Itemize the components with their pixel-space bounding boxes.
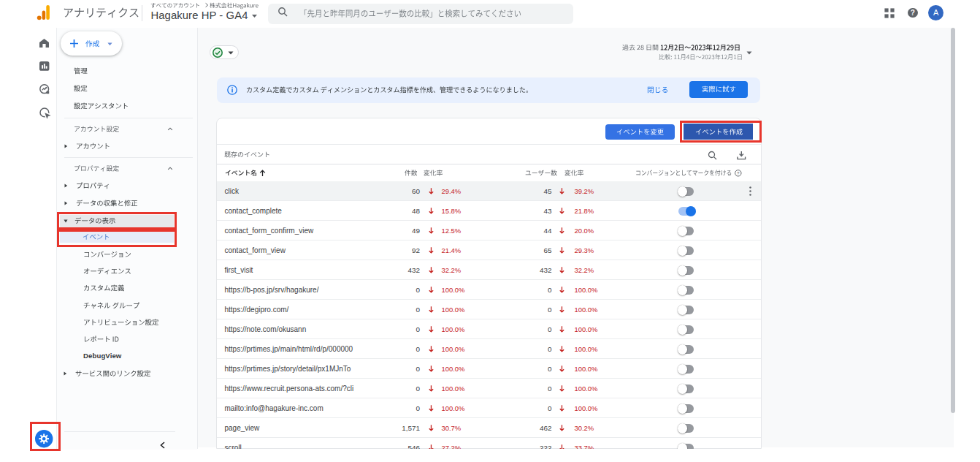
svg-text:?: ? (737, 170, 740, 175)
